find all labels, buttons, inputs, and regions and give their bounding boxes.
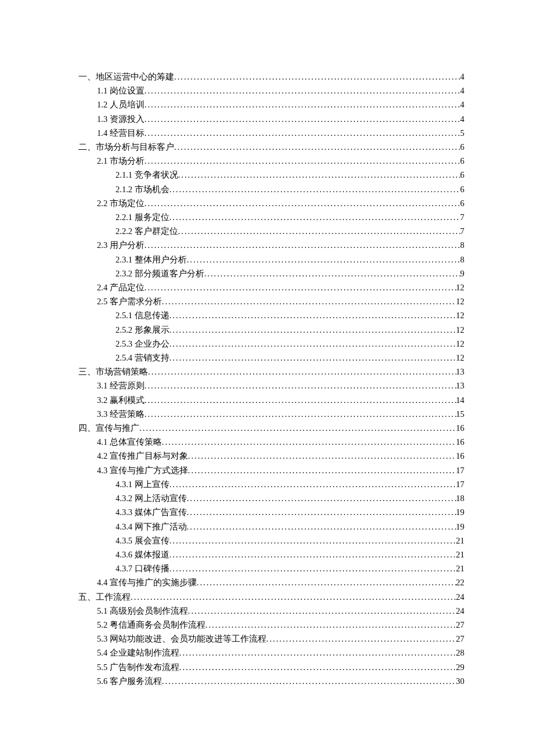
toc-entry-page: 16	[456, 421, 465, 435]
toc-leader-dots	[187, 520, 456, 534]
toc-entry: 2.1.2 市场机会6	[78, 182, 464, 196]
toc-entry: 1.4 经营目标5	[78, 126, 464, 140]
toc-entry-label: 4.3 宣传与推广方式选择	[97, 463, 188, 477]
toc-entry-page: 21	[456, 548, 465, 561]
toc-entry: 2.5.4 营销支持12	[78, 351, 464, 365]
toc-entry-page: 18	[456, 491, 465, 505]
toc-entry-label: 1.2 人员培训	[97, 98, 145, 111]
toc-entry: 2.1 市场分析6	[78, 154, 464, 168]
toc-entry: 三、市场营销策略13	[78, 365, 464, 379]
toc-leader-dots	[179, 660, 456, 674]
toc-entry-page: 4	[460, 84, 464, 98]
toc-leader-dots	[169, 351, 456, 365]
toc-leader-dots	[145, 112, 460, 126]
toc-entry: 2.5.3 企业办公12	[78, 337, 464, 351]
toc-entry-page: 6	[460, 140, 464, 154]
toc-entry-label: 2.5.2 形象展示	[116, 323, 169, 337]
toc-entry: 4.3.3 媒体广告宣传19	[78, 505, 464, 519]
toc-entry-page: 16	[456, 435, 465, 449]
toc-entry: 5.2 粤信通商务会员制作流程27	[78, 618, 464, 632]
toc-leader-dots	[174, 70, 460, 84]
toc-entry: 4.3.4 网下推广活动19	[78, 520, 464, 534]
toc-entry: 4.3 宣传与推广方式选择17	[78, 463, 464, 477]
toc-entry: 2.2.1 服务定位7	[78, 210, 464, 224]
toc-entry-page: 6	[460, 196, 464, 210]
toc-entry: 4.2 宣传推广目标与对象16	[78, 449, 464, 463]
toc-entry-page: 16	[456, 449, 465, 463]
toc-leader-dots	[145, 84, 460, 98]
toc-entry-page: 12	[456, 294, 465, 308]
toc-entry-label: 4.3.4 网下推广活动	[116, 520, 187, 534]
toc-entry-label: 4.3.2 网上活动宣传	[116, 491, 187, 505]
toc-entry: 四、宣传与推广16	[78, 421, 464, 435]
toc-entry-page: 8	[460, 238, 464, 252]
toc-entry-page: 21	[456, 561, 465, 575]
toc-entry-label: 3.2 赢利模式	[97, 393, 145, 407]
toc-entry: 2.2 市场定位6	[78, 196, 464, 210]
toc-leader-dots	[145, 280, 456, 294]
toc-entry: 5.3 网站功能改进、会员功能改进等工作流程27	[78, 632, 464, 646]
toc-entry-label: 2.2.2 客户群定位	[116, 224, 178, 238]
toc-leader-dots	[169, 534, 456, 548]
toc-leader-dots	[187, 505, 456, 519]
toc-entry: 4.3.2 网上活动宣传18	[78, 491, 464, 505]
toc-entry-page: 6	[460, 154, 464, 168]
toc-entry-label: 4.3.3 媒体广告宣传	[116, 505, 187, 519]
toc-entry-label: 5.1 高级别会员制作流程	[97, 604, 188, 618]
toc-entry-page: 6	[460, 182, 464, 196]
toc-leader-dots	[145, 154, 460, 168]
toc-entry: 2.3.2 部分频道客户分析9	[78, 267, 464, 280]
toc-entry-page: 27	[456, 632, 465, 646]
toc-entry-page: 12	[456, 351, 465, 365]
toc-entry-page: 30	[456, 674, 465, 688]
toc-entry-page: 12	[456, 308, 465, 322]
toc-leader-dots	[145, 196, 460, 210]
toc-entry: 1.2 人员培训4	[78, 98, 464, 111]
toc-leader-dots	[169, 477, 456, 491]
toc-entry-label: 1.3 资源投入	[97, 112, 145, 126]
toc-entry-page: 17	[456, 463, 465, 477]
toc-entry-page: 14	[456, 393, 465, 407]
toc-leader-dots	[178, 168, 460, 182]
toc-entry-label: 2.4 产品定位	[97, 280, 145, 294]
toc-entry-label: 四、宣传与推广	[78, 421, 139, 435]
toc-leader-dots	[169, 182, 460, 196]
toc-entry-page: 9	[460, 267, 464, 280]
toc-entry-label: 5.3 网站功能改进、会员功能改进等工作流程	[97, 632, 266, 646]
toc-leader-dots	[169, 323, 456, 337]
toc-entry-label: 2.5.1 信息传递	[116, 308, 169, 322]
toc-entry-label: 2.1.1 竞争者状况	[116, 168, 178, 182]
toc-entry: 3.2 赢利模式14	[78, 393, 464, 407]
toc-entry-page: 8	[460, 253, 464, 267]
toc-leader-dots	[145, 126, 460, 140]
toc-entry: 5.5 广告制作发布流程29	[78, 660, 464, 674]
toc-entry-page: 13	[456, 365, 465, 379]
toc-leader-dots	[139, 421, 456, 435]
toc-leader-dots	[187, 253, 460, 267]
toc-leader-dots	[145, 379, 456, 393]
toc-entry-page: 6	[460, 168, 464, 182]
toc-entry-label: 三、市场营销策略	[78, 365, 148, 379]
toc-entry: 5.6 客户服务流程30	[78, 674, 464, 688]
toc-entry-label: 2.3.1 整体用户分析	[116, 253, 187, 267]
toc-entry-page: 4	[460, 98, 464, 111]
toc-entry: 一、地区运营中心的筹建4	[78, 70, 464, 84]
toc-leader-dots	[162, 674, 456, 688]
toc-entry: 4.3.5 展会宣传21	[78, 534, 464, 548]
toc-leader-dots	[145, 407, 456, 421]
toc-leader-dots	[187, 491, 456, 505]
toc-entry-label: 2.2 市场定位	[97, 196, 145, 210]
toc-entry: 2.5.1 信息传递12	[78, 308, 464, 322]
toc-leader-dots	[188, 463, 456, 477]
toc-entry-page: 21	[456, 534, 465, 548]
toc-entry: 二、市场分析与目标客户6	[78, 140, 464, 154]
toc-leader-dots	[266, 632, 456, 646]
toc-entry-label: 5.4 企业建站制作流程	[97, 646, 179, 660]
toc-entry-label: 2.1.2 市场机会	[116, 182, 169, 196]
toc-entry: 3.3 经营策略15	[78, 407, 464, 421]
toc-leader-dots	[169, 561, 456, 575]
toc-entry-page: 7	[460, 210, 464, 224]
toc-entry-label: 2.3 用户分析	[97, 238, 145, 252]
toc-page: 一、地区运营中心的筹建41.1 岗位设置41.2 人员培训41.3 资源投入41…	[0, 0, 534, 746]
toc-leader-dots	[169, 337, 456, 351]
